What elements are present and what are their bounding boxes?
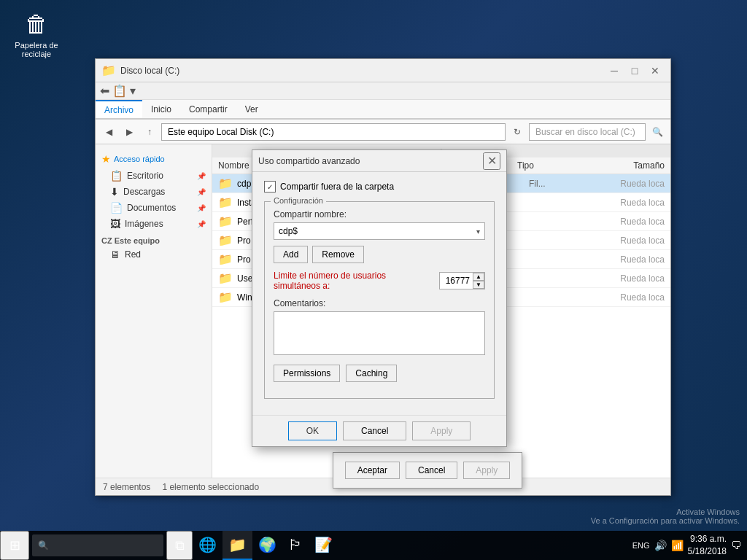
share-name-label: Compartir nombre: [274, 209, 485, 219]
tray-lang-icon: ENG [632, 541, 650, 550]
spinner-down-button[interactable]: ▼ [473, 281, 484, 289]
taskbar-app-edge[interactable]: 🌍 [252, 531, 282, 560]
tray-volume-icon[interactable]: 🔊 [654, 540, 667, 551]
folder-cancel-button[interactable]: Cancel [406, 462, 457, 479]
window-controls: ─ □ ✕ [605, 61, 665, 80]
maximize-button[interactable]: □ [625, 61, 644, 80]
watermark-line2: Ve a Configuración para activar Windows. [591, 516, 740, 525]
limit-spinner-input[interactable] [440, 273, 473, 289]
recycle-bin-glyph: 🗑 [25, 11, 48, 38]
sidebar-label-descargas: Descargas [123, 187, 165, 197]
quick-access-header[interactable]: ★ Acceso rápido [96, 150, 212, 168]
taskbar-tray: ENG 🔊 📶 9:36 a.m. 5/18/2018 🗨 [627, 533, 747, 558]
red-icon: 🖥 [110, 249, 120, 260]
qa-dropdown-icon[interactable]: ▾ [130, 84, 136, 98]
sidebar: ★ Acceso rápido 📋 Escritorio 📌 ⬇ Descarg… [96, 144, 212, 478]
taskbar: ⊞ 🔍 ⧉ 🌐 📁 🌍 🏳 📝 ENG 🔊 📶 9:36 a.m. 5/18/2… [0, 531, 747, 560]
file-size: Rueda loca [602, 179, 665, 189]
share-name-row: cdp$ ▾ [274, 222, 485, 240]
recycle-bin-label: Papelera de reciclaje [11, 41, 62, 58]
up-button[interactable]: ↑ [141, 123, 158, 141]
cancel-button[interactable]: Cancel [343, 421, 406, 440]
share-name-value: cdp$ [279, 226, 298, 236]
tray-network-icon[interactable]: 📶 [671, 540, 684, 551]
share-folder-row: ✓ Compartir fuera de la carpeta [264, 181, 495, 192]
clock-time: 9:36 a.m. [688, 533, 727, 545]
forward-button[interactable]: ▶ [120, 123, 138, 141]
folder-icon: 📁 [218, 271, 233, 285]
start-button[interactable]: ⊞ [0, 531, 29, 560]
dialog-close-button[interactable]: ✕ [483, 152, 500, 170]
folder-icon: 📁 [218, 176, 233, 190]
taskbar-app-store[interactable]: 🏳 [282, 531, 309, 560]
dialog-actions-row: Permissions Caching [274, 365, 485, 382]
folder-ok-button[interactable]: Aceptar [345, 462, 400, 479]
dialog-title: Uso compartido avanzado [258, 156, 483, 166]
file-size: Rueda loca [602, 273, 665, 284]
sidebar-item-escritorio[interactable]: 📋 Escritorio 📌 [96, 168, 212, 184]
minimize-button[interactable]: ─ [605, 61, 624, 80]
window-title: Disco local (C:) [120, 66, 605, 76]
taskbar-search[interactable]: 🔍 [32, 534, 163, 556]
address-field[interactable]: Este equipo Local Disk (C:) [161, 123, 506, 141]
add-button[interactable]: Add [274, 246, 308, 263]
spinner-up-button[interactable]: ▲ [473, 273, 484, 281]
folder-apply-button[interactable]: Apply [463, 462, 510, 479]
file-size: Rueda loca [602, 236, 665, 246]
taskbar-app-explorer[interactable]: 📁 [222, 531, 252, 560]
taskbar-app-notepad[interactable]: 📝 [309, 531, 338, 560]
sidebar-item-red[interactable]: 🖥 Red [96, 246, 212, 262]
taskbar-app-ie[interactable]: 🌐 [193, 531, 222, 560]
col-header-type[interactable]: Tipo [517, 160, 590, 171]
tab-ver[interactable]: Ver [236, 100, 267, 118]
explorer-icon: 📁 [101, 63, 116, 77]
tab-compartir[interactable]: Compartir [180, 100, 236, 118]
notification-icon[interactable]: 🗨 [731, 540, 741, 551]
quick-access-toolbar: ⬅ 📋 ▾ [96, 82, 670, 100]
caching-button[interactable]: Caching [346, 365, 397, 382]
recycle-bin-icon[interactable]: 🗑 Papelera de reciclaje [11, 11, 62, 58]
share-name-select[interactable]: cdp$ ▾ [274, 222, 485, 240]
sidebar-item-descargas[interactable]: ⬇ Descargas 📌 [96, 184, 212, 200]
comments-textarea[interactable] [274, 311, 485, 355]
share-folder-checkbox[interactable]: ✓ [264, 181, 276, 192]
sidebar-label-escritorio: Escritorio [127, 171, 163, 181]
refresh-button[interactable]: ↻ [508, 123, 526, 141]
share-folder-label: Compartir fuera de la carpeta [280, 182, 394, 192]
tab-archivo[interactable]: Archivo [96, 100, 142, 118]
activate-watermark: Activate Windows Ve a Configuración para… [591, 508, 740, 525]
qa-icon-1[interactable]: ⬅ [100, 84, 109, 98]
sidebar-label-imagenes: Imágenes [125, 219, 163, 229]
add-remove-row: Add Remove [274, 246, 485, 263]
tab-inicio[interactable]: Inicio [142, 100, 180, 118]
task-view-button[interactable]: ⧉ [166, 531, 193, 560]
limit-spinner-container: ▲ ▼ [439, 272, 485, 289]
file-size: Rueda loca [602, 254, 665, 265]
close-button[interactable]: ✕ [646, 61, 665, 80]
pin-icon-4: 📌 [197, 220, 206, 228]
search-field[interactable]: Buscar en disco local (C:) [529, 123, 646, 141]
apply-button[interactable]: Apply [412, 421, 471, 440]
back-button[interactable]: ◀ [100, 123, 117, 141]
tray-clock[interactable]: 9:36 a.m. 5/18/2018 [688, 533, 727, 558]
spinner-arrows: ▲ ▼ [473, 273, 484, 289]
sidebar-label-documentos: Documentos [127, 203, 176, 213]
dialog-body: ✓ Compartir fuera de la carpeta Configur… [252, 172, 506, 415]
dropdown-arrow-icon: ▾ [476, 228, 480, 236]
col-header-size[interactable]: Tamaño [590, 160, 665, 171]
dialog-footer: OK Cancel Apply [252, 415, 506, 446]
search-button[interactable]: 🔍 [649, 123, 666, 141]
remove-button[interactable]: Remove [312, 246, 364, 263]
star-icon: ★ [101, 153, 111, 165]
sidebar-item-imagenes[interactable]: 🖼 Imágenes 📌 [96, 216, 212, 232]
ok-button[interactable]: OK [288, 421, 337, 440]
folder-icon: 📁 [218, 252, 233, 266]
config-label: Configuración [271, 196, 326, 205]
qa-icon-2[interactable]: 📋 [112, 84, 127, 98]
imagenes-icon: 🖼 [110, 218, 120, 230]
ribbon: Archivo Inicio Compartir Ver [96, 100, 670, 120]
quick-access-label: Acceso rápido [114, 155, 165, 163]
sidebar-item-documentos[interactable]: 📄 Documentos 📌 [96, 200, 212, 216]
permissions-button[interactable]: Permissions [274, 365, 340, 382]
file-size: Rueda loca [602, 292, 665, 303]
